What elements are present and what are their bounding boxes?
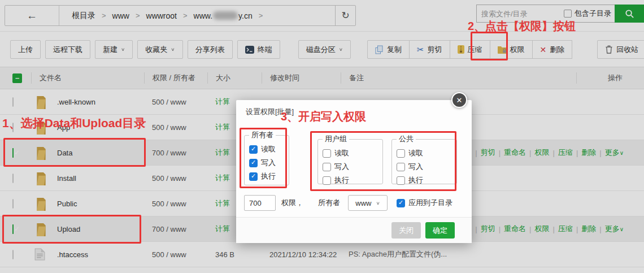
group-read-checkbox[interactable] [323, 149, 331, 158]
group-write-label: 写入 [334, 162, 349, 172]
owner-permission-group: 所有者 读取 写入 执行 [244, 130, 289, 185]
public-write-label: 写入 [408, 162, 423, 172]
permission-label: 权限， [281, 198, 303, 208]
owner-write-checkbox[interactable] [249, 159, 258, 167]
dialog-footer: 关闭 确定 [236, 217, 472, 243]
public-permission-group: 公共 读取 写入 执行 [391, 134, 457, 184]
public-exec-label: 执行 [408, 175, 423, 185]
owner-select-value: www [355, 199, 371, 207]
group-exec-label: 执行 [334, 175, 349, 185]
confirm-button[interactable]: 确定 [425, 222, 455, 239]
owner-read-checkbox[interactable] [249, 145, 258, 154]
apply-subdir-checkbox[interactable] [397, 199, 405, 207]
public-read-checkbox[interactable] [397, 149, 405, 158]
usergroup-permission-group: 用户组 读取 写入 执行 [317, 134, 383, 184]
group-exec-checkbox[interactable] [323, 176, 331, 185]
close-dialog-button[interactable]: ✕ [451, 92, 467, 108]
group-write-checkbox[interactable] [323, 163, 331, 171]
owner-read-label: 读取 [261, 144, 276, 154]
public-write-checkbox[interactable] [397, 163, 405, 171]
owner-select[interactable]: www ∨ [348, 195, 388, 211]
owner-exec-checkbox[interactable] [249, 172, 258, 181]
usergroup-group-label: 用户组 [323, 134, 349, 144]
annotation-step2-text: 2、点击【权限】按钮 [468, 19, 576, 34]
permission-value-input[interactable] [244, 195, 276, 211]
chevron-down-icon: ∨ [376, 201, 380, 206]
owner-write-label: 写入 [261, 158, 276, 168]
group-read-label: 读取 [334, 148, 349, 158]
annotation-step3-text: 3、开启写入权限 [281, 109, 366, 124]
apply-subdir-label: 应用到子目录 [408, 198, 452, 208]
close-button[interactable]: 关闭 [391, 222, 421, 239]
annotation-step1-text: 1、选择Data和Upload目录 [2, 115, 146, 131]
public-read-label: 读取 [408, 148, 423, 158]
owner-exec-label: 执行 [261, 171, 276, 181]
public-group-label: 公共 [397, 134, 416, 144]
owner-group-label: 所有者 [249, 130, 276, 140]
close-icon: ✕ [456, 96, 463, 105]
public-exec-checkbox[interactable] [397, 176, 405, 185]
owner-label: 所有者 [318, 198, 340, 208]
